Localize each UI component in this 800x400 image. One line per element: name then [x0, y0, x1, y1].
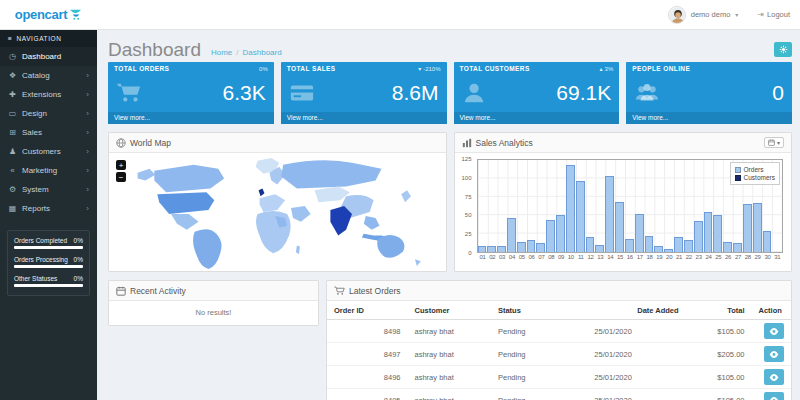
x-tick-label: 08 [546, 254, 556, 260]
sidebar-item[interactable]: « Marketing › [0, 161, 97, 180]
view-order-button[interactable] [764, 323, 784, 339]
x-tick-label: 20 [664, 254, 674, 260]
bar-day-15 [615, 160, 625, 252]
total-cell: $105.00 [686, 389, 752, 400]
sidebar-item[interactable]: ⊞ Sales › [0, 123, 97, 142]
chevron-right-icon: › [86, 72, 89, 80]
bar-day-06 [527, 160, 537, 252]
sidebar-item[interactable]: ◷ Dashboard › [0, 47, 97, 66]
bar-day-19 [654, 160, 664, 252]
sidebar-item[interactable]: ⚙ System › [0, 180, 97, 199]
x-tick-label: 11 [576, 254, 586, 260]
breadcrumb-current[interactable]: Dashboard [243, 48, 282, 57]
top-bar: opencart demo demo ▾ ⇥ Logout [0, 0, 800, 30]
bar-day-04 [507, 160, 517, 252]
sidebar-item[interactable]: ✚ Extensions › [0, 85, 97, 104]
world-map[interactable]: + − [109, 153, 446, 271]
bar-day-20 [664, 160, 674, 252]
customer-cell: ashray bhat [408, 320, 491, 343]
x-tick-label: 25 [713, 254, 723, 260]
chevron-right-icon: › [86, 148, 89, 156]
user-name[interactable]: demo demo [691, 10, 731, 19]
sidebar-item-label: Reports [22, 204, 50, 213]
map-zoom-out-button[interactable]: − [116, 172, 126, 182]
tile-value: 69.1K [556, 81, 611, 105]
x-tick-label: 23 [694, 254, 704, 260]
x-tick-label: 27 [733, 254, 743, 260]
chevron-down-icon: ▾ [777, 139, 780, 146]
tile-label: TOTAL SALES [287, 65, 336, 72]
y-tick-label: 75 [465, 194, 472, 200]
bar-day-01 [478, 160, 488, 252]
panel-title: World Map [130, 138, 171, 148]
x-tick-label: 26 [723, 254, 733, 260]
y-tick-label: 50 [465, 212, 472, 218]
panel-title: Sales Analytics [476, 138, 533, 148]
sales-analytics-panel: Sales Analytics ▾ 0255075100125 01020304… [454, 132, 793, 272]
sidebar-item[interactable]: ▦ Reports › [0, 199, 97, 218]
view-order-button[interactable] [764, 392, 784, 400]
column-header: Action [751, 301, 791, 320]
chevron-right-icon: › [86, 91, 89, 99]
x-tick-label: 21 [674, 254, 684, 260]
user-avatar[interactable] [668, 6, 686, 24]
view-more-link[interactable]: View more... [108, 112, 274, 124]
status-cell: Pending [491, 389, 587, 400]
view-more-link[interactable]: View more... [626, 112, 792, 124]
x-tick-label: 19 [654, 254, 664, 260]
sidebar-menu: ◷ Dashboard › ❖ Catalog › ✚ Extensions ›… [0, 47, 97, 218]
view-order-button[interactable] [764, 346, 784, 362]
sidebar-item[interactable]: ❖ Catalog › [0, 66, 97, 85]
breadcrumb-separator: / [236, 48, 238, 57]
table-header-row: Order IDCustomerStatusDate AddedTotalAct… [327, 301, 791, 320]
sidebar-item-icon: ✚ [8, 90, 17, 99]
x-tick-label: 04 [507, 254, 517, 260]
breadcrumb-home[interactable]: Home [211, 48, 232, 57]
sidebar-item[interactable]: ♟ Customers › [0, 142, 97, 161]
order-id-cell: 8496 [327, 366, 408, 389]
sidebar-item-icon: ⚙ [8, 185, 17, 194]
column-header: Order ID [327, 301, 408, 320]
bar-day-21 [674, 160, 684, 252]
bar-day-13 [595, 160, 605, 252]
chart-x-axis: 0102030405060708091011121314151617181920… [477, 254, 784, 260]
chart-range-dropdown[interactable]: ▾ [764, 137, 784, 148]
view-order-button[interactable] [764, 369, 784, 385]
map-zoom-in-button[interactable]: + [116, 160, 126, 170]
view-more-link[interactable]: View more... [281, 112, 447, 124]
panel-title: Latest Orders [349, 286, 401, 296]
chevron-right-icon: › [86, 129, 89, 137]
stat-progress-bar [14, 246, 83, 249]
gear-icon [779, 45, 788, 54]
x-tick-label: 18 [645, 254, 655, 260]
customer-cell: ashray bhat [408, 389, 491, 400]
bar-day-09 [556, 160, 566, 252]
credit-card-icon [289, 81, 315, 105]
view-more-link[interactable]: View more... [454, 112, 620, 124]
order-row: 8496 ashray bhat Pending 25/01/2020 $105… [327, 366, 791, 389]
settings-button[interactable] [774, 42, 792, 57]
sidebar-stats-panel: Orders Completed 0% Orders Processing 0%… [7, 230, 90, 296]
sidebar-item[interactable]: ▭ Design › [0, 104, 97, 123]
x-tick-label: 31 [772, 254, 782, 260]
eye-icon [769, 351, 779, 358]
sidebar-item-icon: ❖ [8, 71, 17, 80]
y-tick-label: 25 [465, 231, 472, 237]
chevron-down-icon[interactable]: ▾ [735, 11, 738, 18]
tile-change: ▾ -210% [418, 65, 440, 72]
x-tick-label: 03 [497, 254, 507, 260]
hamburger-icon: ≡ [8, 35, 12, 42]
x-tick-label: 01 [478, 254, 488, 260]
bar-day-07 [536, 160, 546, 252]
column-header: Customer [408, 301, 491, 320]
logout-button[interactable]: ⇥ Logout [757, 10, 790, 19]
caret-up-icon: ▴ [600, 65, 603, 72]
sidebar-item-label: Marketing [22, 166, 57, 175]
status-cell: Pending [491, 320, 587, 343]
total-cell: $205.00 [686, 343, 752, 366]
tile-label: PEOPLE ONLINE [632, 65, 690, 72]
sidebar-item-icon: ▭ [8, 109, 17, 118]
bar-day-08 [546, 160, 556, 252]
x-tick-label: 09 [556, 254, 566, 260]
opencart-logo[interactable]: opencart [0, 0, 97, 29]
